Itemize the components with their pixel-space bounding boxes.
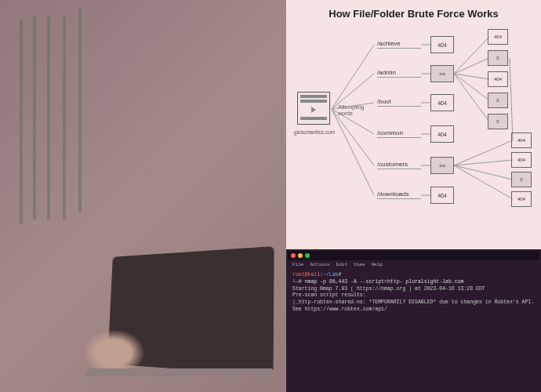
diagram-body: globomantics.com Attempting words	[291, 31, 536, 234]
prompt-path: ~/Lab	[323, 272, 339, 278]
result-customers: ≡≡	[430, 157, 454, 174]
svg-line-18	[454, 160, 513, 165]
svg-line-17	[454, 140, 513, 165]
stock-photo-laptop	[0, 0, 286, 392]
endpoint-b2: 404	[511, 152, 532, 168]
svg-line-21	[510, 58, 513, 140]
result-admin: ≡≡	[430, 65, 454, 82]
path-admin: /admin	[377, 69, 421, 78]
output-prescan: Pre-scan script results:	[292, 292, 366, 298]
menu-file[interactable]: File	[292, 262, 303, 267]
minimize-icon[interactable]	[298, 253, 303, 258]
svg-line-13	[454, 58, 489, 74]
endpoint-b3: ≡	[511, 172, 532, 187]
listing-icon: ≡≡	[439, 71, 445, 77]
endpoint-b4: 404	[511, 191, 532, 207]
brute-force-diagram: How File/Folder Brute Force Works globom…	[286, 0, 541, 249]
target-server-label: globomantics.com	[291, 129, 338, 135]
result-downloads: 404	[430, 187, 454, 204]
path-boot: /boot	[377, 98, 421, 107]
svg-line-15	[454, 74, 489, 100]
close-icon[interactable]	[291, 253, 296, 258]
prompt-user: root@kali	[292, 272, 320, 278]
svg-line-16	[454, 74, 489, 122]
menu-view[interactable]: View	[354, 262, 365, 267]
endpoint-a2: ≡	[488, 50, 508, 66]
svg-line-0	[332, 45, 374, 109]
output-disabled: |_http-robtex-shared-ns: *TEMPORARILY DI…	[292, 299, 537, 312]
endpoint-a4: ≡	[488, 93, 508, 108]
attempting-label: Attempting words	[338, 104, 372, 118]
endpoint-a1: 404	[488, 29, 508, 45]
svg-line-20	[454, 165, 513, 199]
output-starting: Starting Nmap 7.93 ( https://nmap.org ) …	[292, 286, 485, 292]
path-achieve: /achieve	[377, 40, 421, 49]
path-downloads: /downloads	[377, 191, 421, 199]
result-boot: 404	[430, 94, 454, 111]
listing-icon: ≡≡	[439, 163, 445, 169]
terminal-titlebar	[288, 251, 539, 260]
svg-line-19	[454, 165, 513, 180]
plant-decoration	[47, 16, 50, 220]
result-achieve: 404	[430, 36, 454, 53]
svg-line-4	[332, 109, 374, 165]
svg-line-5	[332, 109, 374, 195]
path-common: /common	[377, 129, 421, 138]
hands-typing	[82, 329, 145, 376]
diagram-title: How File/Folder Brute Force Works	[291, 8, 536, 20]
svg-line-12	[454, 37, 489, 74]
svg-line-14	[454, 74, 489, 79]
endpoint-b1: 404	[511, 132, 532, 148]
menu-help[interactable]: Help	[371, 262, 382, 267]
command-line: nmap -p 80,443 -A --script=http- plurals…	[305, 279, 464, 285]
terminal-body[interactable]: root@kali:~/Lab# └─# nmap -p 80,443 -A -…	[288, 269, 539, 323]
terminal-menubar: File Actions Edit View Help	[288, 260, 539, 269]
result-common: 404	[430, 125, 454, 143]
menu-actions[interactable]: Actions	[310, 262, 329, 267]
maximize-icon[interactable]	[305, 253, 310, 258]
target-server-icon	[297, 92, 330, 125]
terminal-window[interactable]: File Actions Edit View Help root@kali:~/…	[286, 249, 541, 392]
path-customers: /customers	[377, 161, 421, 169]
endpoint-a3: 404	[488, 71, 508, 87]
endpoint-a5: ≡	[488, 114, 508, 129]
menu-edit[interactable]: Edit	[336, 262, 347, 267]
